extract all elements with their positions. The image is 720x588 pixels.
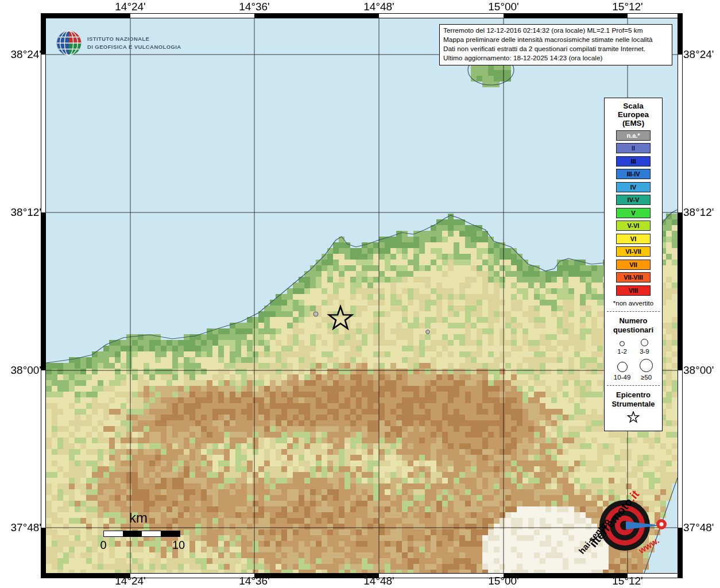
size-class-row: 1-2 3-9 (605, 339, 662, 355)
ems-chip-vi-vii: VI-VII (616, 246, 651, 257)
ems-chip-v-vi: V-VI (616, 220, 651, 231)
lon-label-bottom-2: 14°48' (353, 575, 405, 587)
lat-label-left-2: 38°00' (1, 364, 41, 377)
terrain-map-canvas (46, 18, 678, 573)
epicenter-title: Epicentro Strumentale (605, 390, 662, 409)
legend-footnote: *non avvertito (605, 300, 662, 307)
legend-title: Scala Europea (EMS) (605, 102, 662, 127)
lon-label-bottom-3: 15°00' (478, 575, 529, 587)
data-disclaimer: Dati non verificati estratti da 2 questi… (443, 45, 668, 54)
questionnaires-title-line: Numero (605, 316, 662, 326)
size-class-label: ≥50 (641, 374, 652, 381)
ingv-logo: ISTITUTO NAZIONALE DI GEOFISICA E VULCAN… (56, 30, 181, 56)
legend-title-line: (EMS) (605, 119, 662, 127)
size-class-label: 3-9 (640, 348, 649, 355)
ingv-name-line2: DI GEOFISICA E VULCANOLOGIA (87, 43, 181, 51)
size-class-label: 1-2 (617, 348, 627, 355)
size-circle-medium-icon (641, 339, 648, 346)
size-class-label: 10-49 (614, 374, 630, 381)
scalebar (103, 531, 180, 537)
size-class-1-2: 1-2 (617, 341, 627, 355)
legend-title-line: Scala (605, 102, 662, 110)
scalebar-unit-label: km (129, 510, 148, 526)
lat-label-left-3: 37°48' (1, 521, 41, 534)
ems-chip-vi: VI (616, 234, 651, 244)
size-circle-small-icon (620, 341, 625, 346)
lat-label-left-0: 38°24' (1, 48, 41, 61)
lon-label-bottom-4: 15°12' (602, 575, 653, 587)
ingv-globe-icon (56, 30, 82, 56)
map-description: Mappa preliminare delle intensità macros… (443, 36, 668, 45)
questionnaires-title-line: questionari (605, 326, 662, 335)
legend-divider (607, 311, 660, 312)
scalebar-end-label: 10 (170, 539, 187, 552)
lat-label-right-1: 38°12' (683, 206, 720, 219)
scalebar-start-label: 0 (98, 539, 109, 552)
lat-label-right-2: 38°00' (683, 364, 720, 377)
size-class-row: 10-49 ≥50 (605, 359, 662, 381)
ems-chip-iv: IV (616, 182, 651, 192)
ems-chip-ii: II (616, 143, 651, 153)
ems-chip-iii: III (616, 156, 651, 167)
macroseismic-map-page: 14°24' 14°36' 14°48' 15°00' 15°12' 14°24… (0, 0, 720, 588)
epicenter-title-line: Epicentro (605, 390, 662, 400)
ems-chip-vii-viii: VII-VIII (616, 272, 651, 283)
ems-chip-iv-v: IV-V (616, 195, 651, 205)
ems-chip-na: n.a.* (616, 130, 651, 141)
ingv-name-line1: ISTITUTO NAZIONALE (87, 35, 181, 43)
size-class-10-49: 10-49 (614, 362, 630, 381)
size-circle-large-icon (617, 362, 628, 372)
ems-legend: Scala Europea (EMS) n.a.* II III III-IV … (604, 98, 663, 431)
ems-chip-viii: VIII (616, 285, 651, 296)
size-class-50plus: ≥50 (640, 359, 653, 381)
lon-label-top-0: 14°24' (104, 1, 156, 13)
ems-chip-v: V (616, 208, 651, 218)
lat-label-right-3: 37°48' (683, 521, 720, 534)
size-class-3-9: 3-9 (640, 339, 649, 355)
legend-title-line: Europea (605, 110, 662, 119)
lon-label-top-2: 14°48' (353, 1, 405, 13)
epicenter-star-icon (605, 411, 662, 426)
lon-label-bottom-0: 14°24' (104, 575, 156, 587)
legend-divider (607, 385, 660, 386)
ems-chip-vii: VII (616, 260, 651, 270)
epicenter-title-line: Strumentale (605, 400, 662, 409)
lat-label-left-1: 38°12' (1, 206, 41, 219)
lon-label-top-1: 14°36' (229, 1, 280, 13)
last-update: Ultimo aggiornamento: 18-12-2025 14:23 (… (443, 54, 668, 63)
questionnaires-title: Numero questionari (605, 316, 662, 335)
event-summary: Terremoto del 12-12-2016 02:14:32 (ora l… (443, 26, 668, 36)
lon-label-top-4: 15°12' (602, 1, 653, 13)
lon-label-top-3: 15°00' (478, 1, 529, 13)
event-info-box: Terremoto del 12-12-2016 02:14:32 (ora l… (439, 24, 672, 65)
ems-chip-iii-iv: III-IV (616, 169, 651, 179)
lon-label-bottom-1: 14°36' (229, 575, 280, 587)
lat-label-right-0: 38°24' (683, 48, 720, 61)
size-circle-xlarge-icon (640, 359, 653, 372)
